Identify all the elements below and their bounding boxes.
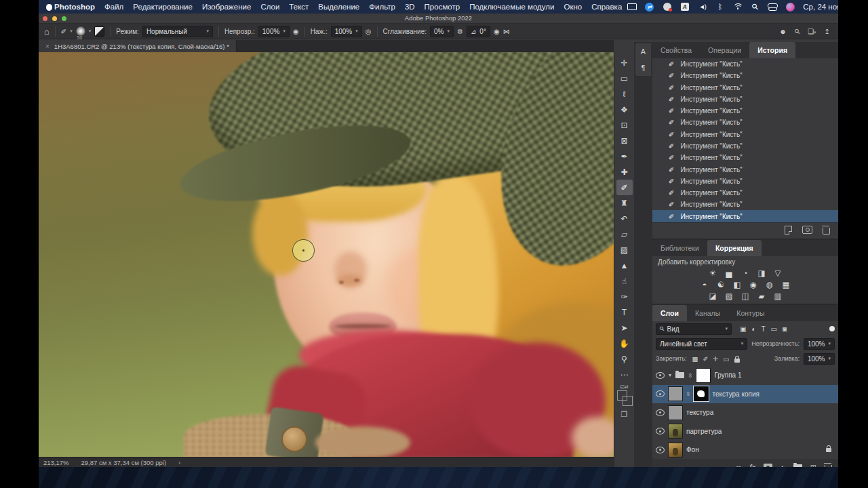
- lock-paint-icon[interactable]: ✐: [703, 355, 709, 363]
- exposure-icon[interactable]: ◨: [756, 268, 767, 278]
- input-source-icon[interactable]: A: [679, 2, 690, 12]
- screen-mode-icon[interactable]: ❐: [621, 410, 628, 419]
- history-state[interactable]: ✐Инструмент "Кисть": [652, 187, 838, 199]
- menu-текст[interactable]: Текст: [284, 3, 313, 11]
- symmetry-icon[interactable]: ⋈: [503, 28, 510, 35]
- layer-filter-select[interactable]: ⚲Вид ▾: [656, 323, 732, 335]
- filter-toggle-icon[interactable]: [829, 326, 835, 331]
- tab-libraries[interactable]: Библиотеки: [652, 240, 707, 256]
- menu-файл[interactable]: Файл: [100, 3, 128, 11]
- layer-row-текстура[interactable]: текстура: [652, 403, 838, 422]
- layer-thumbnail[interactable]: [669, 387, 682, 401]
- tab-history[interactable]: История: [749, 42, 795, 58]
- photo-filter-icon[interactable]: ◉: [748, 280, 759, 289]
- vibrance-icon[interactable]: ▽: [772, 268, 783, 278]
- hue-saturation-icon[interactable]: ◓: [699, 281, 710, 289]
- background-color-swatch[interactable]: [623, 396, 633, 406]
- lock-artboard-icon[interactable]: ▭: [724, 355, 730, 363]
- tab-channels[interactable]: Каналы: [687, 305, 728, 321]
- menu-подключаемые-модули[interactable]: Подключаемые модули: [465, 3, 559, 11]
- brush-angle-field[interactable]: ⊿0°: [467, 26, 490, 37]
- history-state[interactable]: ✐Инструмент "Кисть": [652, 94, 838, 105]
- gradient-map-icon[interactable]: ▥: [772, 291, 783, 301]
- search-icon[interactable]: ⚲: [793, 27, 802, 36]
- menu-photoshop[interactable]: Photoshop: [48, 3, 100, 11]
- control-center-icon[interactable]: [768, 2, 778, 12]
- filter-smart-objects-icon[interactable]: ◙: [783, 325, 787, 333]
- brush-panel-toggle-icon[interactable]: [94, 26, 104, 37]
- smudge-tool[interactable]: ☝: [616, 273, 633, 289]
- menu-3d[interactable]: 3D: [400, 3, 420, 11]
- history-state[interactable]: ✐Инструмент "Кисть": [652, 105, 838, 117]
- airbrush-icon[interactable]: ◎: [366, 28, 372, 35]
- channel-mixer-icon[interactable]: ◍: [764, 280, 775, 289]
- tab-adjustments[interactable]: Коррекция: [707, 240, 762, 256]
- posterize-icon[interactable]: ▨: [724, 291, 734, 301]
- color-swatches[interactable]: [616, 390, 633, 407]
- menu-редактирование[interactable]: Редактирование: [128, 3, 197, 11]
- menu-выделение[interactable]: Выделение: [313, 3, 364, 11]
- account-icon[interactable]: ☻: [779, 28, 787, 35]
- history-state[interactable]: ✐Инструмент "Кисть": [652, 82, 838, 94]
- history-state[interactable]: ✐Инструмент "Кисть": [652, 163, 838, 175]
- workspace-switcher[interactable]: ❏▾: [808, 28, 816, 35]
- filter-adjustment-layers-icon[interactable]: ◐: [751, 325, 755, 333]
- brush-tool[interactable]: ✐: [616, 180, 633, 195]
- document-tab[interactable]: × 1H3A6801.CR2 @ 213% (текстура копия, С…: [39, 40, 237, 52]
- threshold-icon[interactable]: ◫: [740, 291, 751, 301]
- tab-properties[interactable]: Свойства: [652, 42, 700, 58]
- invert-icon[interactable]: ◪: [707, 291, 718, 301]
- layer-row-партретура[interactable]: партретура: [652, 422, 838, 441]
- layer-thumbnail[interactable]: [669, 424, 682, 438]
- history-state[interactable]: ✐Инструмент "Кисть": [652, 117, 838, 128]
- menu-фильтр[interactable]: Фильтр: [364, 3, 400, 11]
- bluetooth-icon[interactable]: ᛒ: [715, 2, 725, 12]
- blend-mode-select[interactable]: Нормальный▾: [142, 26, 213, 37]
- zoom-level-field[interactable]: 213,17%: [43, 459, 69, 466]
- tab-layers[interactable]: Слои: [652, 305, 687, 321]
- group-expand-chevron-icon[interactable]: ▾: [669, 372, 671, 378]
- lasso-tool[interactable]: ℓ: [616, 86, 633, 102]
- lock-all-icon[interactable]: [734, 359, 740, 363]
- visibility-eye-icon[interactable]: [656, 447, 665, 453]
- clone-stamp-tool[interactable]: ♜: [616, 195, 633, 211]
- color-lookup-icon[interactable]: ▦: [781, 280, 791, 289]
- eraser-tool[interactable]: ▱: [616, 226, 633, 242]
- layer-thumbnail[interactable]: [669, 443, 682, 457]
- selective-color-icon[interactable]: ▰: [756, 291, 767, 301]
- canvas[interactable]: [39, 52, 614, 457]
- filter-shape-layers-icon[interactable]: ▭: [771, 325, 777, 333]
- filter-type-layers-icon[interactable]: T: [762, 325, 766, 333]
- layer-thumbnail[interactable]: [669, 406, 682, 420]
- pressure-size-icon[interactable]: ◉: [494, 28, 500, 35]
- status-more-chevron-icon[interactable]: ›: [178, 459, 180, 466]
- visibility-eye-icon[interactable]: [656, 428, 665, 434]
- volume-icon[interactable]: ◄): [697, 2, 707, 12]
- siri-icon[interactable]: [785, 2, 795, 12]
- layer-fill-select[interactable]: 100%▾: [804, 353, 835, 365]
- frame-tool[interactable]: ⊠: [616, 133, 633, 148]
- group-mask-thumbnail[interactable]: [696, 369, 710, 382]
- home-icon[interactable]: ⌂: [44, 26, 50, 37]
- app-dot-icon[interactable]: [662, 2, 672, 12]
- opacity-select[interactable]: 100%▾: [258, 26, 290, 37]
- history-state[interactable]: ✐Инструмент "Кисть": [652, 129, 838, 140]
- history-state[interactable]: ✐Инструмент "Кисть": [652, 176, 838, 187]
- marquee-tool[interactable]: ▭: [616, 70, 633, 86]
- menu-справка[interactable]: Справка: [587, 3, 627, 11]
- delete-state-icon[interactable]: [823, 228, 830, 235]
- swap-colors-icon[interactable]: ◱⇄: [620, 384, 628, 390]
- lock-position-icon[interactable]: ✛: [713, 355, 719, 363]
- smoothing-select[interactable]: 0%▾: [430, 26, 454, 37]
- new-snapshot-icon[interactable]: [802, 226, 812, 234]
- crop-tool[interactable]: ⊡: [616, 117, 633, 133]
- teamviewer-icon[interactable]: ⇄: [644, 2, 654, 12]
- hand-tool[interactable]: ✋: [616, 336, 633, 351]
- brush-picker-chevron-icon[interactable]: ▾: [89, 28, 92, 34]
- history-state[interactable]: ✐Инструмент "Кисть": [652, 199, 838, 210]
- menu-слои[interactable]: Слои: [256, 3, 284, 11]
- eyedropper-tool[interactable]: ✒: [616, 148, 633, 164]
- brush-preset-picker[interactable]: 50: [76, 26, 85, 36]
- levels-icon[interactable]: ▅: [724, 268, 734, 278]
- history-state[interactable]: ✐Инструмент "Кисть": [652, 152, 838, 163]
